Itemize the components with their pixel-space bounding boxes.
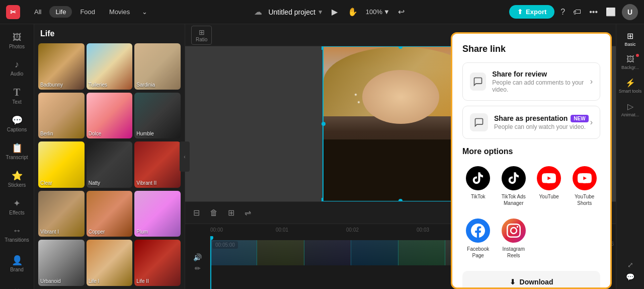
comment-btn[interactable]: 💬 bbox=[626, 273, 634, 281]
hand-tool-btn[interactable]: ✋ bbox=[346, 5, 360, 19]
tl-split-btn[interactable]: ⊟ bbox=[191, 206, 202, 220]
media-panel: Life Badbunny Tuileries Sardinia Berlin … bbox=[34, 24, 185, 289]
list-item[interactable]: Vibrant II bbox=[134, 141, 181, 188]
topbar-right: ⬆ Export ? 🏷 ••• ⬜ U bbox=[509, 4, 638, 20]
list-item[interactable]: Sardinia bbox=[134, 43, 181, 90]
tl-delete-btn[interactable]: 🗑 bbox=[208, 206, 220, 220]
list-item[interactable]: Urbanoid bbox=[38, 240, 85, 286]
list-item[interactable]: Natty bbox=[87, 141, 133, 188]
play-tool-btn[interactable]: ▶ bbox=[330, 5, 340, 19]
right-panel-basic[interactable]: ⊞ Basic bbox=[616, 28, 644, 50]
undo-btn[interactable]: ↩ bbox=[396, 5, 407, 19]
list-item[interactable]: Dolce bbox=[87, 93, 133, 139]
sidebar-item-captions[interactable]: 💬 Captions bbox=[0, 111, 34, 136]
tl-crop-btn[interactable]: ⊞ bbox=[226, 206, 236, 220]
media-grid: Badbunny Tuileries Sardinia Berlin Dolce… bbox=[34, 41, 185, 289]
social-tiktok[interactable]: TikTok bbox=[462, 162, 494, 210]
download-icon: ⬇ bbox=[510, 278, 516, 286]
nav-all[interactable]: All bbox=[28, 6, 47, 18]
social-youtube-shorts[interactable]: YouTube Shorts bbox=[569, 162, 601, 210]
review-text: Share for review People can add comments… bbox=[492, 70, 590, 93]
stickers-icon: ⭐ bbox=[12, 170, 23, 181]
tiktok-label: TikTok bbox=[471, 193, 486, 200]
thumb-label: Badbunny bbox=[40, 82, 63, 88]
list-item[interactable]: Copper bbox=[87, 191, 133, 237]
facebook-label: Facebook Page bbox=[464, 246, 492, 259]
right-panel-animate[interactable]: ▷ Animat... bbox=[616, 99, 644, 120]
list-item[interactable]: Clear bbox=[38, 141, 85, 188]
social-youtube[interactable]: YouTube bbox=[533, 162, 565, 210]
presentation-desc: People can only watch your video. bbox=[494, 123, 589, 130]
sidebar-item-label-effects: Effects bbox=[9, 210, 24, 215]
sidebar-item-stickers[interactable]: ⭐ Stickers bbox=[0, 166, 34, 192]
sidebar-item-brand[interactable]: 👤 Brand bbox=[0, 251, 34, 276]
list-item[interactable]: Tuileries bbox=[87, 43, 133, 90]
more-options-title: More options bbox=[462, 147, 600, 156]
tl-flip-btn[interactable]: ⇌ bbox=[243, 206, 253, 220]
more-btn[interactable]: ••• bbox=[587, 6, 600, 19]
topbar: ✂ All Life Food Movies ⌄ ☁ Untitled proj… bbox=[0, 0, 644, 24]
share-for-review-btn[interactable]: Share for review People can add comments… bbox=[462, 62, 600, 101]
ruler-mark-3: 00:03 bbox=[417, 227, 429, 233]
nav-life[interactable]: Life bbox=[49, 6, 72, 18]
nav-more[interactable]: ⌄ bbox=[138, 6, 151, 18]
social-facebook[interactable]: Facebook Page bbox=[462, 214, 494, 263]
mid-handle-l[interactable] bbox=[321, 122, 326, 126]
sidebar-item-photos[interactable]: 🖼 Photos bbox=[0, 28, 34, 53]
social-instagram[interactable]: Instagram Reels bbox=[498, 214, 530, 263]
brand-btn[interactable]: 🏷 bbox=[571, 6, 583, 19]
download-button[interactable]: ⬇ Download bbox=[462, 271, 600, 287]
mid-handle-b[interactable] bbox=[398, 199, 403, 201]
media-panel-title: Life bbox=[40, 29, 179, 38]
share-panel: Share link Share for review People can a… bbox=[451, 32, 612, 289]
zoom-control[interactable]: 100% ▼ bbox=[366, 8, 390, 16]
cloud-icon: ☁ bbox=[254, 7, 262, 17]
sidebar-item-expand[interactable]: ⌄ bbox=[0, 278, 34, 289]
social-tiktok-ads[interactable]: TikTok Ads Manager bbox=[498, 162, 530, 210]
export-label: Export bbox=[526, 8, 546, 16]
playhead[interactable] bbox=[210, 236, 211, 289]
left-sidebar: 🖼 Photos ♪ Audio T Text 💬 Captions 📋 Tra… bbox=[0, 24, 34, 289]
help-btn[interactable]: ? bbox=[558, 6, 567, 19]
list-item[interactable]: Berlin bbox=[38, 93, 85, 139]
list-item[interactable]: Plum bbox=[134, 191, 181, 237]
list-item[interactable]: Humble bbox=[134, 93, 181, 139]
right-panel-background[interactable]: 🖼 Backgr... bbox=[616, 52, 644, 73]
nav-movies[interactable]: Movies bbox=[103, 6, 136, 18]
share-as-presentation-btn[interactable]: Share as presentation NEW People can onl… bbox=[462, 106, 600, 139]
nav-food[interactable]: Food bbox=[74, 6, 101, 18]
fullscreen-btn[interactable]: ⤢ bbox=[627, 261, 633, 269]
list-item[interactable]: Vibrant I bbox=[38, 191, 85, 237]
ratio-btn[interactable]: ⊞ Ratio bbox=[191, 26, 212, 45]
nav-tags: All Life Food Movies ⌄ bbox=[28, 6, 151, 18]
sidebar-item-label-captions: Captions bbox=[7, 127, 27, 132]
zoom-chevron-icon: ▼ bbox=[383, 8, 390, 16]
export-button[interactable]: ⬆ Export bbox=[509, 5, 554, 19]
project-name[interactable]: Untitled project ▼ bbox=[268, 8, 323, 16]
corner-handle-tl[interactable] bbox=[321, 46, 327, 50]
corner-handle-bl[interactable] bbox=[321, 198, 327, 201]
sidebar-item-label-transitions: Transitions bbox=[5, 237, 29, 243]
volume-btn[interactable]: 🔊 bbox=[193, 253, 202, 261]
avatar[interactable]: U bbox=[622, 4, 638, 20]
sidebar-item-transcript[interactable]: 📋 Transcript bbox=[0, 138, 34, 164]
right-panel-smart-tools[interactable]: ⚡ Smart tools bbox=[616, 75, 644, 97]
thumb-label: Vibrant II bbox=[136, 180, 156, 186]
list-item[interactable]: Life I bbox=[87, 240, 133, 286]
sidebar-item-transitions[interactable]: ↔ Transitions bbox=[0, 222, 34, 247]
list-item[interactable]: Life II bbox=[134, 240, 181, 286]
pencil-btn[interactable]: ✏ bbox=[195, 264, 201, 272]
transitions-icon: ↔ bbox=[13, 226, 22, 236]
thumb-label: Vibrant I bbox=[40, 229, 59, 235]
layout-btn[interactable]: ⬜ bbox=[604, 5, 618, 19]
ratio-icon: ⊞ bbox=[199, 28, 205, 36]
thumb-label: Humble bbox=[136, 131, 153, 136]
panel-collapse-btn[interactable]: ‹ bbox=[180, 141, 190, 172]
share-for-review-left: Share for review People can add comments… bbox=[470, 70, 590, 93]
list-item[interactable]: Badbunny bbox=[38, 43, 85, 90]
background-icon: 🖼 bbox=[626, 55, 634, 64]
sidebar-item-text[interactable]: T Text bbox=[0, 83, 34, 109]
sidebar-item-effects[interactable]: ✦ Effects bbox=[0, 194, 34, 220]
review-desc: People can add comments to your video. bbox=[492, 79, 590, 93]
sidebar-item-audio[interactable]: ♪ Audio bbox=[0, 55, 34, 81]
